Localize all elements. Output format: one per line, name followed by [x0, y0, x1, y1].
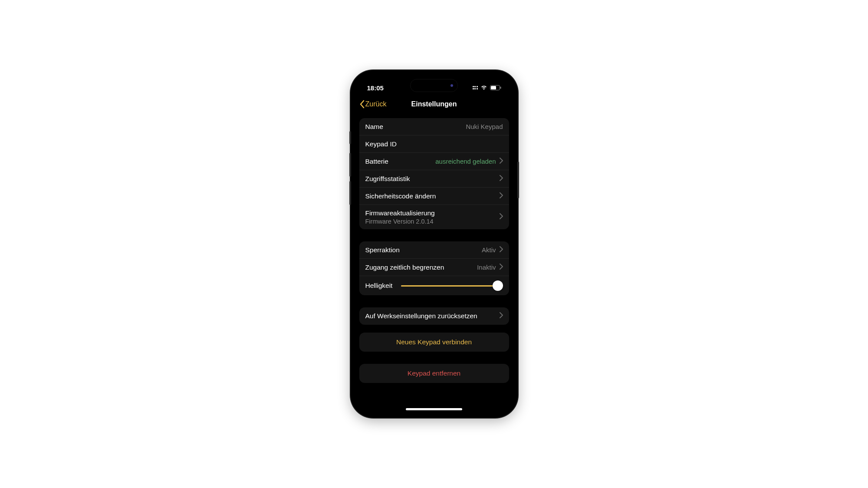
row-value: Nuki Keypad: [466, 123, 503, 130]
row-change-code[interactable]: Sicherheitscode ändern: [359, 188, 509, 205]
row-label: Sicherheitscode ändern: [365, 192, 496, 200]
dynamic-island: [410, 79, 458, 92]
chevron-right-icon: [500, 158, 503, 165]
nav-bar: Zurück Einstellungen: [355, 95, 513, 114]
row-label: Zugriffsstatistik: [365, 175, 496, 183]
row-label: Keypad ID: [365, 140, 503, 148]
screen: 18:05 Zurück Einstellungen: [355, 75, 513, 413]
row-label: Sperraktion: [365, 246, 482, 254]
battery-icon: [490, 85, 501, 90]
chevron-right-icon: [500, 264, 503, 271]
row-lock-action[interactable]: Sperraktion Aktiv: [359, 241, 509, 259]
chevron-right-icon: [500, 192, 503, 200]
slider-fill: [401, 285, 497, 287]
connect-keypad-button[interactable]: Neues Keypad verbinden: [359, 333, 509, 352]
svg-rect-1: [491, 86, 496, 89]
brightness-slider[interactable]: [401, 280, 503, 291]
side-button: [349, 181, 351, 205]
button-label: Neues Keypad verbinden: [396, 338, 472, 346]
row-factory-reset[interactable]: Auf Werkseinstellungen zurücksetzen: [359, 307, 509, 325]
chevron-right-icon: [500, 312, 503, 320]
row-label: Name: [365, 123, 466, 131]
phone-frame: 18:05 Zurück Einstellungen: [351, 70, 518, 418]
row-value: Aktiv: [482, 246, 496, 254]
back-button[interactable]: Zurück: [359, 100, 387, 109]
group-reset: Auf Werkseinstellungen zurücksetzen: [359, 307, 509, 325]
row-label: Zugang zeitlich begrenzen: [365, 264, 477, 271]
status-right: [473, 85, 501, 90]
row-name[interactable]: Name Nuki Keypad: [359, 118, 509, 135]
remove-keypad-button[interactable]: Keypad entfernen: [359, 364, 509, 383]
group-behavior: Sperraktion Aktiv Zugang zeitlich begren…: [359, 241, 509, 295]
row-label: Helligkeit: [365, 282, 393, 290]
row-time-limit[interactable]: Zugang zeitlich begrenzen Inaktiv: [359, 259, 509, 276]
row-battery[interactable]: Batterie ausreichend geladen: [359, 153, 509, 170]
row-firmware[interactable]: Firmwareaktualisierung Firmware Version …: [359, 205, 509, 229]
row-label: Auf Werkseinstellungen zurücksetzen: [365, 312, 496, 320]
side-button: [349, 153, 351, 177]
content: Name Nuki Keypad Keypad ID Batterie ausr…: [355, 114, 513, 413]
page-title: Einstellungen: [411, 100, 457, 108]
cellular-icon: [473, 86, 478, 89]
button-label: Keypad entfernen: [408, 369, 460, 377]
back-label: Zurück: [365, 100, 387, 108]
side-button: [349, 131, 351, 144]
camera-indicator: [450, 84, 453, 87]
home-indicator[interactable]: [406, 408, 462, 410]
chevron-right-icon: [500, 213, 503, 221]
svg-rect-2: [500, 87, 501, 89]
row-access-stats[interactable]: Zugriffsstatistik: [359, 170, 509, 188]
group-device-info: Name Nuki Keypad Keypad ID Batterie ausr…: [359, 118, 509, 229]
chevron-left-icon: [359, 100, 365, 109]
row-sublabel: Firmware Version 2.0.14: [365, 218, 496, 225]
row-label: Batterie: [365, 158, 436, 165]
status-time: 18:05: [367, 84, 384, 92]
row-value: Inaktiv: [477, 264, 496, 271]
row-value: ausreichend geladen: [435, 158, 496, 165]
chevron-right-icon: [500, 175, 503, 183]
wifi-icon: [480, 85, 487, 90]
chevron-right-icon: [500, 246, 503, 254]
row-label: Firmwareaktualisierung: [365, 209, 496, 217]
slider-thumb[interactable]: [493, 280, 503, 291]
row-keypad-id[interactable]: Keypad ID: [359, 135, 509, 153]
side-button: [517, 162, 519, 198]
row-brightness: Helligkeit: [359, 276, 509, 295]
